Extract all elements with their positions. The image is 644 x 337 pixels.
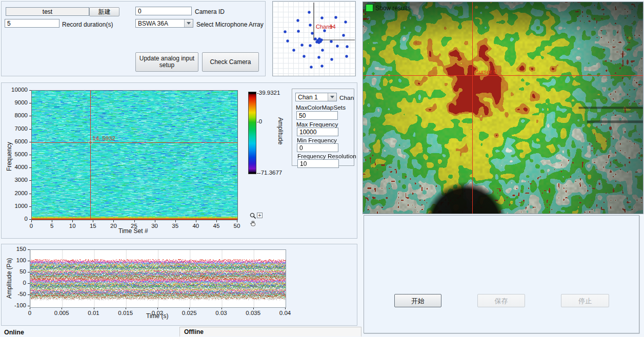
frequency-resolution-label: Frequency Resolution: [297, 153, 356, 160]
waveform-xtick: 0.01: [84, 310, 104, 316]
spectrogram-cursor-vline[interactable]: [90, 90, 91, 220]
spectrogram-ytick: 10000: [6, 87, 28, 93]
display-controls-box: Chan 1 Chan MaxColorMapSets Max Frequenc…: [292, 89, 354, 166]
spectrogram-ytick: 1000: [6, 203, 28, 209]
online-status: Online: [4, 329, 24, 336]
spectrogram-ytick: 4000: [6, 164, 28, 170]
waveform-panel: Amplitude (Pa) 150100500-50-100 00.0050.…: [1, 244, 357, 326]
waveform-xtick: 0.04: [275, 310, 295, 316]
show-results-label: Show results: [375, 5, 411, 12]
spectrogram-xtick: 15: [85, 223, 100, 229]
camera-id-label: Camera ID: [195, 8, 225, 15]
spectrogram-ytick: 8000: [6, 112, 28, 118]
chan-selected-value: Chan 1: [296, 93, 328, 101]
chan-label: Chan: [339, 94, 354, 101]
spectrogram-xtick: 50: [229, 223, 245, 229]
waveform-xtick: 0.015: [115, 310, 136, 316]
waveform-xtick: 0.005: [51, 310, 72, 316]
spectrogram-xtick: 45: [209, 223, 224, 229]
spectrogram-cursor-readout: 14, 5932: [92, 135, 115, 141]
colorbar-mid-label: 0: [257, 118, 262, 124]
stop-button: 停止: [561, 294, 609, 307]
chan-select[interactable]: Chan 1: [295, 93, 337, 101]
mic-array-plot: Chan14: [272, 1, 356, 76]
spectrogram-xtick: 40: [188, 223, 204, 229]
spectrogram-ytick: 6000: [6, 138, 28, 144]
camera-id-input[interactable]: [135, 7, 192, 15]
waveform-xlabel: Time (s): [146, 312, 169, 320]
spectrogram-xtick: 5: [44, 223, 59, 229]
chevron-down-icon[interactable]: [328, 93, 336, 101]
colorbar-min-label: -71.3677: [257, 170, 282, 176]
max-frequency-label: Max Frequency: [296, 121, 338, 128]
waveform-xtick: 0.03: [211, 310, 232, 316]
mic-array-select[interactable]: BSWA 36A: [135, 19, 193, 28]
config-panel: 新建 Camera ID Record duration(s) BSWA 36A…: [1, 1, 266, 76]
actions-panel: 开始 保存 停止: [364, 215, 639, 333]
acoustic-camera-app: { "config": { "session_name": "test", "n…: [0, 0, 644, 337]
check-camera-button[interactable]: Check Camera: [202, 52, 259, 72]
spectrogram-plot[interactable]: [31, 90, 238, 220]
max-colormap-input[interactable]: [296, 111, 338, 120]
show-results-checkbox[interactable]: [366, 4, 373, 12]
spectrogram-xlabel: Time Set #: [118, 227, 148, 235]
mic-array-selected-value: BSWA 36A: [136, 19, 184, 27]
spectrogram-ytick: 9000: [6, 99, 28, 106]
spectrogram-xtick: 10: [65, 223, 80, 229]
record-duration-input[interactable]: [5, 19, 59, 28]
camera-heatmap[interactable]: [363, 2, 643, 214]
spectrogram-ytick: 2000: [6, 190, 28, 196]
pan-hand-icon[interactable]: [249, 220, 257, 227]
spectrogram-xtick: 30: [147, 223, 163, 229]
mic-array-scatter: [273, 2, 355, 76]
waveform-xtick: 0.035: [243, 310, 264, 316]
colorbar: [248, 92, 256, 174]
camera-cursor-vline[interactable]: [472, 2, 473, 214]
start-button[interactable]: 开始: [394, 294, 441, 307]
offline-status: Offline: [179, 327, 361, 336]
zoom-tool-icon[interactable]: [249, 212, 257, 220]
mic-array-highlight-label: Chan14: [316, 23, 336, 30]
chevron-down-icon[interactable]: [184, 19, 193, 27]
update-analog-input-button[interactable]: Update analog input setup: [135, 52, 198, 72]
max-frequency-input[interactable]: [297, 128, 338, 136]
save-button: 保存: [477, 294, 525, 307]
update-analog-line2: setup: [159, 62, 174, 69]
colorbar-max-label: 39.9321: [257, 90, 280, 96]
waveform-xtick: 0: [19, 310, 40, 316]
new-button[interactable]: 新建: [89, 7, 119, 16]
spectrogram-xtick: 0: [24, 223, 39, 229]
spectrogram-xtick: 35: [168, 223, 183, 229]
colorbar-axis-label: Amplitude: [277, 117, 284, 144]
spectrogram-ytick: 5000: [6, 151, 28, 157]
max-colormap-label: MaxColorMapSets: [296, 104, 346, 111]
spectrogram-panel: Frequency 010002000300040005000600070008…: [1, 82, 357, 239]
min-frequency-label: Min Frequency: [297, 137, 337, 144]
waveform-xtick: 0.025: [179, 310, 199, 316]
record-duration-label: Record duration(s): [62, 21, 113, 28]
waveform-ytick: -50: [6, 291, 26, 297]
spectrogram-ytick: 7000: [6, 125, 28, 132]
waveform-ytick: -100: [6, 302, 26, 308]
frequency-resolution-input[interactable]: [297, 159, 339, 168]
waveform-plot[interactable]: [30, 249, 286, 308]
waveform-ytick: 150: [6, 246, 26, 252]
waveform-ytick: 100: [6, 257, 26, 263]
camera-cursor-hline[interactable]: [363, 75, 643, 76]
camera-view: Cursor 0 Show results: [363, 2, 643, 214]
zoom-plus-box-icon[interactable]: +: [257, 213, 263, 218]
spectrogram-cursor-hline[interactable]: [31, 142, 237, 143]
spectrogram-ytick: 3000: [6, 177, 28, 183]
waveform-ytick: 50: [6, 268, 26, 275]
spectrogram-ytick: 0: [6, 216, 28, 222]
session-name-input[interactable]: [6, 7, 89, 16]
mic-array-label: Select Microphone Array: [196, 21, 264, 28]
waveform-ytick: 0: [6, 280, 26, 286]
min-frequency-input[interactable]: [297, 143, 338, 152]
camera-cursor-label: Cursor 0: [474, 69, 497, 75]
